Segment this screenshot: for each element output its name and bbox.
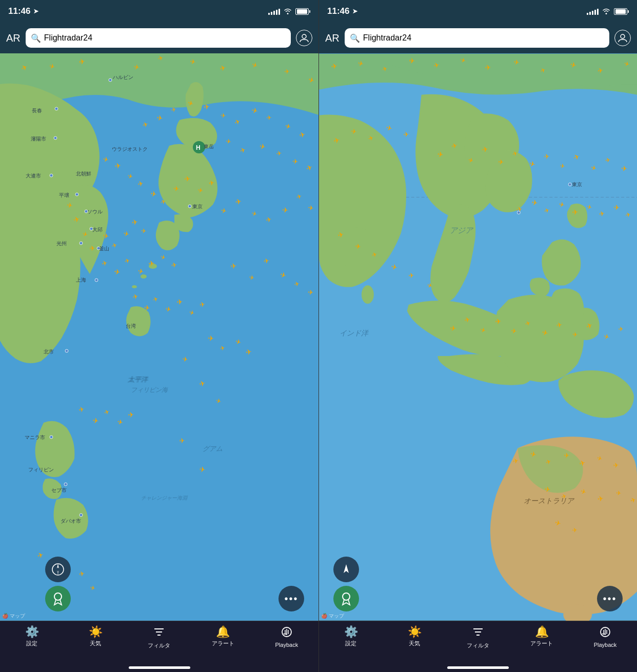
svg-text:フィリピン海: フィリピン海 [131, 386, 168, 393]
svg-text:✈: ✈ [208, 334, 214, 343]
toolbar-playback-left[interactable]: Playback [272, 626, 301, 648]
nav-button-right[interactable] [333, 557, 359, 582]
toolbar-alert-right[interactable]: 🔔 アラート [528, 626, 556, 647]
svg-text:✈: ✈ [564, 451, 570, 460]
svg-text:大連市: 大連市 [26, 173, 41, 179]
wifi-icon-right [602, 7, 611, 16]
svg-text:✈: ✈ [308, 288, 314, 297]
map-area-left[interactable]: 太平洋 太平洋 フィリピン海 グアム チャレンジャー海淵 ハルビン 長春 瀋陽市… [0, 53, 318, 621]
svg-text:台湾: 台湾 [126, 323, 136, 329]
svg-text:✈: ✈ [572, 331, 578, 339]
svg-text:釜山: 釜山 [99, 246, 109, 251]
weather-icon-right: ☀️ [408, 626, 422, 638]
svg-text:チャレンジャー海淵: チャレンジャー海淵 [141, 495, 188, 501]
svg-point-30 [188, 205, 191, 208]
search-box-left[interactable]: 🔍 Flightradar24 [26, 28, 291, 48]
toolbar-left: ⚙️ 設定 ☀️ 天気 フィルタ 🔔 アラート [0, 621, 318, 672]
filter-icon-right [472, 626, 484, 640]
svg-point-26 [79, 242, 83, 245]
svg-text:✈: ✈ [408, 271, 414, 280]
svg-text:✈: ✈ [544, 152, 550, 161]
more-dots-right: ••• [603, 593, 616, 605]
search-area-left: AR 🔍 Flightradar24 [0, 23, 318, 53]
svg-point-10 [109, 78, 112, 82]
toolbar-weather-left[interactable]: ☀️ 天気 [82, 626, 110, 647]
compass-button-left[interactable] [45, 557, 71, 582]
svg-point-143 [621, 34, 625, 38]
svg-point-226 [343, 593, 350, 600]
svg-text:✈: ✈ [179, 437, 185, 445]
right-panel: 11:46 ➤ [318, 0, 637, 672]
settings-icon-right: ⚙️ [344, 626, 358, 638]
svg-text:✈: ✈ [613, 203, 620, 212]
svg-point-4 [132, 285, 137, 288]
toolbar-filter-left[interactable]: フィルタ [145, 626, 173, 649]
user-icon-left[interactable] [296, 30, 312, 46]
award-button-left[interactable] [45, 586, 71, 611]
svg-text:✈: ✈ [572, 208, 579, 216]
search-text-left: Flightradar24 [44, 33, 286, 43]
award-button-right[interactable] [333, 586, 359, 611]
svg-point-12 [55, 107, 58, 110]
search-icon-right: 🔍 [350, 33, 360, 43]
svg-text:上海: 上海 [76, 277, 86, 283]
svg-text:平壌: 平壌 [59, 192, 69, 198]
svg-text:ダバオ市: ダバオ市 [61, 518, 81, 524]
signal-bars-right [587, 8, 599, 15]
svg-text:東京: 東京 [192, 204, 203, 209]
apple-maps-label-left: 🍎 マップ [2, 612, 25, 620]
svg-point-20 [75, 193, 78, 196]
svg-text:✈: ✈ [128, 410, 134, 419]
svg-text:東京: 東京 [572, 182, 582, 187]
svg-text:✈: ✈ [176, 298, 183, 306]
search-box-right[interactable]: 🔍 Flightradar24 [345, 28, 609, 48]
wifi-icon-left [283, 7, 292, 16]
svg-point-137 [54, 593, 62, 600]
svg-text:北市: 北市 [44, 349, 54, 354]
status-time-right: 11:46 ➤ [327, 6, 357, 16]
svg-text:マニラ市: マニラ市 [25, 434, 45, 440]
svg-text:ソウル: ソウル [87, 209, 103, 214]
svg-text:✈: ✈ [141, 227, 147, 235]
apple-maps-label-right: 🍎 マップ [321, 612, 344, 620]
svg-text:✈: ✈ [266, 114, 272, 122]
svg-point-32 [95, 279, 98, 282]
svg-text:瀋陽市: 瀋陽市 [31, 136, 46, 142]
svg-text:✈: ✈ [408, 56, 415, 65]
svg-text:インド洋: インド洋 [340, 329, 369, 337]
svg-text:大邱: 大邱 [92, 227, 103, 232]
more-dots-left: ••• [284, 593, 298, 605]
svg-text:✈: ✈ [148, 259, 155, 268]
weather-icon-left: ☀️ [89, 626, 103, 638]
toolbar-playback-right[interactable]: Playback [591, 626, 620, 648]
svg-text:✈: ✈ [282, 206, 289, 214]
ar-label-left[interactable]: AR [6, 32, 21, 44]
search-icon-left: 🔍 [31, 33, 41, 43]
svg-text:北朝鮮: 北朝鮮 [76, 171, 91, 176]
toolbar-alert-left[interactable]: 🔔 アラート [209, 626, 237, 647]
ar-label-right[interactable]: AR [325, 32, 340, 44]
svg-text:H: H [196, 144, 201, 151]
toolbar-settings-left[interactable]: ⚙️ 設定 [18, 626, 46, 647]
toolbar-filter-right[interactable]: フィルタ [464, 626, 492, 649]
svg-point-146 [362, 285, 374, 304]
svg-text:ハルビン: ハルビン [112, 74, 133, 80]
battery-icon-right [614, 8, 629, 15]
svg-text:長春: 長春 [32, 108, 42, 113]
alert-icon-left: 🔔 [216, 626, 230, 638]
map-area-right[interactable]: インド洋 アジア オーストラリア 東京 ✈ ✈ ✈ ✈ ✈ ✈ ✈ ✈ ✈ ✈ … [319, 53, 637, 621]
toolbar-settings-right[interactable]: ⚙️ 設定 [337, 626, 365, 647]
more-button-left[interactable]: ••• [278, 586, 304, 611]
svg-text:✈: ✈ [230, 262, 237, 270]
more-button-right[interactable]: ••• [597, 586, 623, 611]
svg-text:✈: ✈ [618, 325, 624, 333]
svg-text:✈: ✈ [292, 157, 298, 166]
user-icon-right[interactable] [614, 30, 631, 46]
svg-point-14 [54, 136, 57, 140]
home-indicator-left [129, 666, 190, 669]
home-indicator-right [447, 666, 509, 669]
left-panel: 11:46 ➤ [0, 0, 318, 672]
svg-text:✈: ✈ [572, 527, 578, 535]
svg-text:✈: ✈ [173, 185, 180, 193]
toolbar-weather-right[interactable]: ☀️ 天気 [401, 626, 429, 647]
